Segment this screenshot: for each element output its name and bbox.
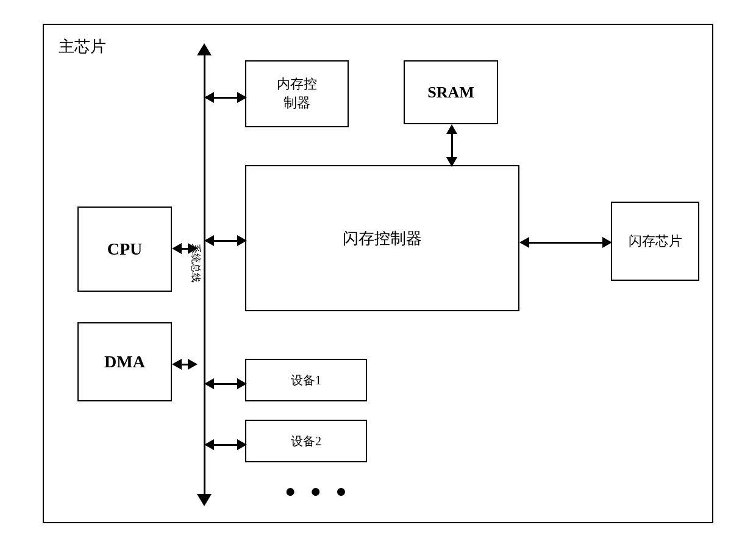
arrow-shaft: [182, 364, 188, 365]
sram-block: SRAM: [404, 60, 498, 124]
arrow-right-head: [237, 378, 247, 389]
bus-arrow-up: [197, 43, 212, 55]
arrow-left-head: [204, 378, 214, 389]
arrow-shaft: [214, 444, 237, 446]
arrow-left-head: [519, 237, 529, 248]
arrow-right-head: [237, 235, 247, 246]
mem-ctrl-block: 内存控 制器: [245, 60, 349, 127]
arrow-right-head: [188, 359, 198, 370]
diagram-container: 主芯片 系统总线 CPU DMA 内存控 制器 SRAM 闪存控制器 闪存芯片 …: [43, 24, 713, 523]
flash-chip-block: 闪存芯片: [611, 202, 699, 281]
arrow-left-head: [204, 439, 214, 450]
arrow-right-head: [237, 439, 247, 450]
arrow-shaft: [529, 242, 602, 244]
arrow-shaft: [214, 240, 237, 242]
arrow-cpu-bus: [172, 243, 198, 254]
cpu-block: CPU: [77, 206, 172, 292]
ellipsis-dots: ● ● ●: [285, 481, 351, 501]
arrow-bus-device2: [204, 439, 247, 450]
dma-block: DMA: [77, 322, 172, 401]
arrow-shaft: [214, 383, 237, 385]
arrow-bus-memctrl: [204, 92, 247, 103]
arrow-bus-flashctrl: [204, 235, 247, 246]
arrow-left-head: [204, 235, 214, 246]
arrow-shaft: [182, 248, 188, 250]
bus-arrow-down: [197, 494, 212, 506]
arrow-dma-bus: [172, 359, 198, 370]
bus-line: [204, 55, 205, 494]
arrow-down-head: [446, 157, 457, 167]
arrow-right-head: [188, 243, 198, 254]
arrow-sram-flashctrl: [446, 124, 457, 167]
arrow-left-head: [204, 92, 214, 103]
arrow-flashctrl-flashchip: [519, 237, 612, 248]
arrow-left-head: [172, 243, 182, 254]
arrow-shaft: [214, 97, 237, 99]
main-chip-label: 主芯片: [59, 36, 106, 57]
device1-block: 设备1: [245, 359, 367, 401]
arrow-up-head: [446, 124, 457, 134]
arrow-right-head: [237, 92, 247, 103]
arrow-left-head: [172, 359, 182, 370]
flash-ctrl-block: 闪存控制器: [245, 165, 519, 311]
arrow-shaft-v: [451, 134, 453, 157]
arrow-bus-device1: [204, 378, 247, 389]
device2-block: 设备2: [245, 420, 367, 462]
arrow-right-head: [602, 237, 612, 248]
